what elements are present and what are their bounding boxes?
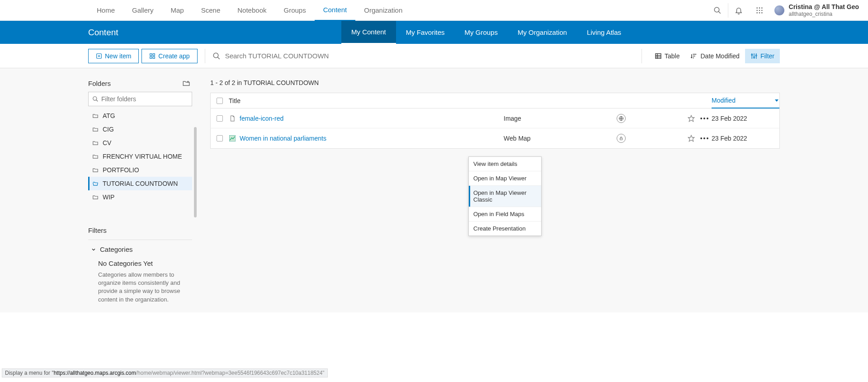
svg-point-5 [756,9,758,11]
nav-home[interactable]: Home [88,0,123,21]
filter-button[interactable]: Filter [745,49,780,63]
search-input[interactable] [225,52,634,60]
row-share[interactable] [617,134,684,143]
nav-groups[interactable]: Groups [275,0,314,21]
new-item-button[interactable]: New item [88,49,139,63]
more-actions-button[interactable]: ••• [698,115,712,122]
scrollbar[interactable] [194,127,197,217]
tab-my-content[interactable]: My Content [341,21,396,44]
apps-grid-icon[interactable] [749,0,770,21]
folder-tutorial-countdown[interactable]: TUTORIAL COUNTDOWN [88,177,192,190]
page-title: Content [88,28,341,38]
folder-frenchy[interactable]: FRENCHY VIRTUAL HOME [88,150,192,163]
user-menu[interactable]: Cristina @ All That Geo allthatgeo_crist… [770,3,868,17]
row-checkbox[interactable] [211,135,229,141]
search-icon [212,52,221,60]
col-modified[interactable]: Modified [712,93,779,108]
divider [88,240,192,240]
search-icon[interactable] [707,0,728,21]
folder-atg[interactable]: ATG [88,109,192,123]
nav-organization[interactable]: Organization [355,0,411,21]
table-label: Table [665,52,679,60]
lock-icon [617,134,626,143]
folder-list: ATG CIG CV FRENCHY VIRTUAL HOME PORTFOLI… [88,109,192,204]
nav-gallery[interactable]: Gallery [123,0,162,21]
search-wrap [212,52,634,60]
ctx-open-field-maps[interactable]: Open in Field Maps [469,207,541,222]
sort-date-modified-button[interactable]: Date Modified [685,49,745,63]
table-row: female-icon-red Image ••• 23 Feb 2022 [211,108,779,128]
item-link[interactable]: female-icon-red [240,115,283,122]
item-table: Title Modified female-icon-red [210,93,780,149]
nav-map[interactable]: Map [162,0,193,21]
tab-my-favorites[interactable]: My Favorites [396,21,455,44]
svg-marker-37 [775,99,778,102]
ctx-open-map-viewer-classic[interactable]: Open in Map Viewer Classic [469,186,541,207]
context-menu: View item details Open in Map Viewer Ope… [468,156,542,236]
svg-line-1 [718,11,721,14]
grid-icon [149,53,156,59]
col-title[interactable]: Title [229,97,504,104]
folders-label: Folders [88,80,111,87]
nav-content[interactable]: Content [315,0,356,21]
folder-portfolio[interactable]: PORTFOLIO [88,163,192,177]
categories-empty-title: No Categories Yet [98,259,192,267]
folders-header: Folders [88,79,192,87]
folder-cv[interactable]: CV [88,136,192,150]
select-all-checkbox[interactable] [211,98,229,104]
svg-rect-15 [153,53,155,55]
categories-label: Categories [100,245,133,253]
ellipsis-icon: ••• [700,135,710,142]
new-folder-icon[interactable] [182,79,190,87]
tab-my-organization[interactable]: My Organization [508,21,577,44]
top-nav-links: Home Gallery Map Scene Notebook Groups C… [88,0,411,21]
view-table-button[interactable]: Table [649,49,685,63]
nav-scene[interactable]: Scene [193,0,229,21]
tab-living-atlas[interactable]: Living Atlas [577,21,631,44]
folder-label: WIP [103,193,114,201]
avatar [774,5,784,15]
ctx-view-details[interactable]: View item details [469,157,541,171]
row-share[interactable] [617,114,684,123]
ctx-open-map-viewer[interactable]: Open in Map Viewer [469,171,541,186]
sort-desc-icon [774,98,779,103]
svg-rect-17 [153,57,155,58]
folder-filter-field[interactable] [101,95,188,103]
row-checkbox[interactable] [211,115,229,122]
svg-rect-41 [620,138,623,140]
svg-marker-42 [688,135,694,141]
globe-icon [617,114,626,123]
item-link[interactable]: Women in national parliaments [240,135,326,142]
chevron-down-icon [91,247,96,252]
svg-point-2 [756,7,758,9]
ctx-create-presentation[interactable]: Create Presentation [469,222,541,236]
sliders-icon [750,52,758,60]
more-actions-button[interactable]: ••• [698,135,712,142]
folder-icon [92,126,99,133]
folder-wip[interactable]: WIP [88,190,192,204]
user-name: Cristina @ All That Geo [789,3,859,11]
favorite-button[interactable] [684,115,698,122]
folder-label: FRENCHY VIRTUAL HOME [103,153,182,160]
user-lines: Cristina @ All That Geo allthatgeo_crist… [789,3,859,17]
folder-filter-input[interactable] [88,92,192,106]
svg-point-28 [751,54,753,56]
row-type: Web Map [504,135,617,142]
folder-cig[interactable]: CIG [88,123,192,136]
svg-point-10 [761,12,763,14]
table-row: Women in national parliaments Web Map ••… [211,128,779,148]
folder-open-icon [92,180,99,187]
bell-icon[interactable] [728,0,749,21]
folder-label: ATG [103,112,115,119]
row-title-cell: female-icon-red [229,115,504,122]
nav-notebook[interactable]: Notebook [229,0,275,21]
tab-my-groups[interactable]: My Groups [455,21,508,44]
result-count: 1 - 2 of 2 in TUTORIAL COUNTDOWN [210,79,780,86]
row-date: 23 Feb 2022 [712,115,779,122]
svg-marker-39 [688,115,694,121]
favorite-button[interactable] [684,135,698,142]
categories-toggle[interactable]: Categories [91,245,192,253]
separator [205,49,205,63]
svg-point-6 [759,9,760,11]
create-app-button[interactable]: Create app [142,49,197,63]
